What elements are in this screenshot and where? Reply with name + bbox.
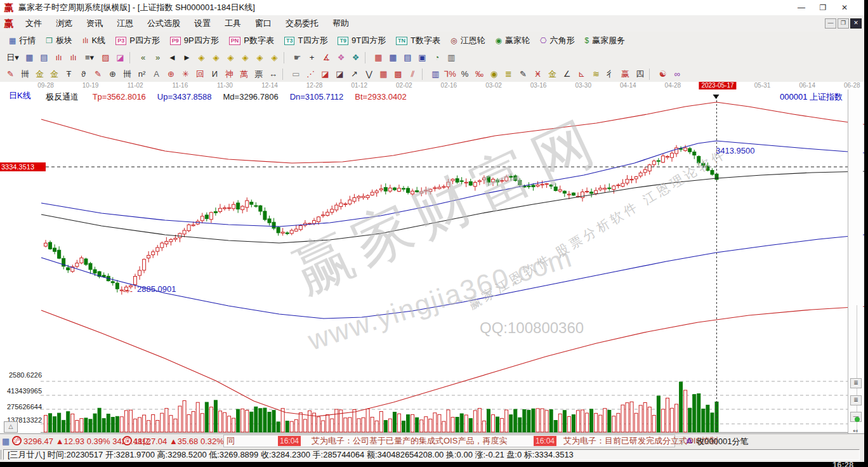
square-spiral-icon[interactable]: 回 (193, 68, 207, 81)
frame-icon[interactable]: ▭ (289, 68, 303, 81)
hatch-icon[interactable]: ⫽ (405, 68, 420, 81)
wave-icon[interactable]: И (207, 68, 222, 81)
mini-bars-9-icon[interactable]: ılı (66, 51, 81, 64)
fan-box-icon[interactable]: ◪ (318, 68, 332, 81)
zoom-h-compress-icon[interactable]: ◈ (238, 51, 253, 64)
chi-icon[interactable]: 彳 (603, 68, 618, 81)
toolbar-winner-wheel-button[interactable]: ◉赢家轮 (490, 33, 535, 48)
trend-arrow-icon[interactable]: ↗ (347, 68, 362, 81)
nav-first-icon[interactable]: « (136, 51, 150, 64)
a-cross-icon[interactable]: Ӿ (530, 68, 545, 81)
zigzag-icon[interactable]: ⋁ (362, 68, 376, 81)
list-panel-icon[interactable]: ▤ (37, 51, 51, 64)
toolbar-sectors-button[interactable]: ❒板块 (41, 33, 77, 48)
save-icon[interactable]: ▣ (415, 51, 430, 64)
colorful-chart-icon[interactable]: ◪ (113, 51, 128, 64)
dense-grid-icon[interactable]: 卌 (120, 68, 135, 81)
mdi-restore-button[interactable]: ❐ (838, 18, 849, 29)
toolbar-p-number-table-button[interactable]: PNP数字表 (224, 33, 279, 48)
column-tool-icon[interactable]: ▥ (428, 68, 443, 81)
period-day-dropdown-icon[interactable]: 日▾ (3, 51, 22, 64)
toolbar-p9-square-button[interactable]: P99P四方形 (165, 33, 224, 48)
shen-grid-icon[interactable]: 神 (222, 68, 237, 81)
quote-grid-icon[interactable]: ▦ (2, 436, 10, 447)
drag-hand-icon[interactable]: ☛ (290, 51, 305, 64)
si-grid-icon[interactable]: 四 (633, 68, 647, 81)
f-grid-icon[interactable]: Ŧ (62, 68, 76, 81)
toolbar-t-number-table-button[interactable]: TNT数字表 (391, 33, 445, 48)
piao-grid-icon[interactable]: 票 (251, 68, 266, 81)
toolbar-kline-button[interactable]: ılıK线 (77, 33, 110, 48)
starburst-icon[interactable]: ✳ (178, 68, 193, 81)
pct-box-icon[interactable]: ⅂% (443, 68, 457, 81)
news-ticker[interactable]: 同 16:04 艾为电子：公司基于已量产的集成式OIS产品，再度实 16:04 … (223, 435, 675, 447)
permille-icon[interactable]: ‰ (472, 68, 487, 81)
menu-item-工具[interactable]: 工具 (218, 18, 248, 29)
menu-item-交易委托[interactable]: 交易委托 (279, 18, 326, 29)
zoom-fit-icon[interactable]: ◈ (267, 51, 282, 64)
volume-scale-button[interactable]: △ (4, 421, 18, 433)
spiral-icon[interactable]: ϑ (76, 68, 91, 81)
gold-circle-icon[interactable]: ◉ (487, 68, 501, 81)
calendar-icon[interactable]: ▦ (371, 51, 386, 64)
ink-brush-icon[interactable]: ✎ (516, 68, 530, 81)
toolbar-t-square-button[interactable]: T3T四方形 (279, 33, 332, 48)
zoom-out-left-icon[interactable]: ◈ (194, 51, 209, 64)
gold-bars-icon[interactable]: ≣ (501, 68, 516, 81)
menu-item-文件[interactable]: 文件 (18, 18, 49, 29)
toolbar-hexagon-button[interactable]: ⎔六角形 (535, 33, 579, 48)
nav-last-icon[interactable]: » (150, 51, 165, 64)
multi-line-icon[interactable]: ≋ (589, 68, 603, 81)
brush-icon[interactable]: ✎ (3, 68, 18, 81)
wan-grid-icon[interactable]: 萬 (237, 68, 251, 81)
zoom-all-icon[interactable]: ◈ (253, 51, 267, 64)
mdi-minimize-button[interactable]: — (825, 18, 836, 29)
h-measure-icon[interactable]: ↔ (266, 68, 280, 81)
chart-window-icon[interactable]: ▦ (22, 51, 37, 64)
close-button[interactable]: ✕ (834, 3, 855, 12)
angle-measure-icon[interactable]: ∡ (319, 51, 334, 64)
crosshair-icon[interactable]: + (305, 51, 319, 64)
menu-item-帮助[interactable]: 帮助 (326, 18, 356, 29)
menu-item-公式选股[interactable]: 公式选股 (140, 18, 187, 29)
red-grid-1-icon[interactable]: ▦ (376, 68, 391, 81)
ying-icon[interactable]: 赢 (618, 68, 633, 81)
gann-fan-icon[interactable]: ⋰ (303, 68, 318, 81)
news-text-2[interactable]: 艾为电子：目前已研发完成分立式OIS控制 (563, 436, 718, 446)
mini-bars-3-icon[interactable]: ılı (51, 51, 66, 64)
kline-chart[interactable] (0, 89, 864, 433)
screenshot-icon[interactable]: ▥ (444, 51, 459, 64)
toolbar-quotes-button[interactable]: ▦行情 (4, 33, 41, 48)
gold-line-icon[interactable]: 金 (545, 68, 560, 81)
teal-net-icon[interactable]: ❖ (348, 51, 363, 64)
toolbar-p-square-button[interactable]: P3P四方形 (110, 33, 165, 48)
taichi-icon[interactable]: ☯ (655, 68, 670, 81)
red-grid-2-icon[interactable]: ▩ (391, 68, 405, 81)
kline-select-icon[interactable]: ▨ (98, 51, 113, 64)
menu-item-设置[interactable]: 设置 (187, 18, 218, 29)
minimize-button[interactable]: — (791, 3, 812, 12)
side-slider-thumb[interactable] (855, 417, 860, 422)
gold-grid-1-icon[interactable]: 金 (32, 68, 47, 81)
nav-next-icon[interactable]: ► (180, 51, 194, 64)
zoom-in-right-icon[interactable]: ◈ (209, 51, 223, 64)
toolbar-gann-wheel-button[interactable]: ◎江恩轮 (445, 33, 490, 48)
circle-cross-icon[interactable]: ⊕ (105, 68, 120, 81)
menu-item-浏览[interactable]: 浏览 (49, 18, 79, 29)
side-zoom-button-2[interactable]: ≣ (850, 395, 862, 405)
fan-dark-icon[interactable]: ◪ (332, 68, 347, 81)
side-zoom-button-1[interactable]: ≣ (850, 378, 862, 388)
zoom-h-expand-icon[interactable]: ◈ (223, 51, 238, 64)
toolbar-winner-service-button[interactable]: $赢家服务 (579, 33, 630, 48)
side-collapse-icon[interactable]: ↤ (850, 427, 860, 433)
restore-button[interactable]: ❐ (812, 3, 834, 12)
n-squared-icon[interactable]: n² (135, 68, 149, 81)
calculator-icon[interactable]: ▦ (386, 51, 400, 64)
pink-net-icon[interactable]: ❖ (334, 51, 348, 64)
toolbar-t9-square-button[interactable]: T99T四方形 (332, 33, 391, 48)
menu-item-窗口[interactable]: 窗口 (248, 18, 279, 29)
f-angle-icon[interactable]: ⊾ (574, 68, 589, 81)
grid-lines-icon[interactable]: 卌 (18, 68, 32, 81)
ledger-icon[interactable]: ▤ (400, 51, 415, 64)
gold-grid-2-icon[interactable]: 金 (47, 68, 62, 81)
